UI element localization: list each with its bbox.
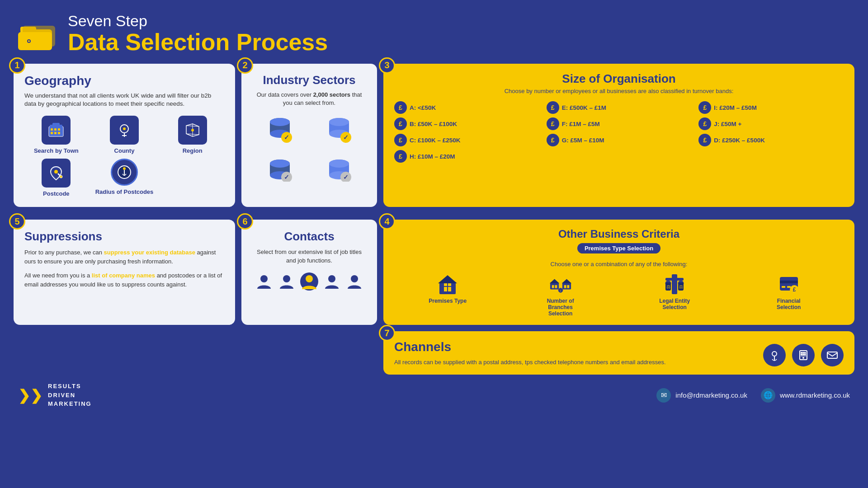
band-f-label: F: £1M – £5M [562, 121, 600, 127]
svg-rect-89 [782, 286, 785, 288]
svg-rect-68 [448, 283, 451, 286]
svg-point-102 [802, 357, 804, 359]
step7-title: Channels [394, 340, 754, 354]
step6-desc: Select from our extensive list of job ti… [252, 248, 366, 264]
step3-badge: 3 [379, 57, 395, 74]
db-icon-3: ✓ [252, 150, 307, 182]
svg-rect-7 [51, 128, 53, 131]
pound-icon-e: £ [547, 101, 559, 114]
financial-label: Financial Selection [769, 298, 809, 310]
footer-website-text: www.rdmarketing.co.uk [780, 391, 850, 399]
svg-point-23 [54, 170, 58, 174]
postcode-icon [42, 159, 71, 188]
band-e-label: E: £500K – £1M [562, 104, 606, 111]
svg-text:↕: ↕ [560, 289, 561, 293]
town-label: Search by Town [34, 147, 79, 154]
band-a-label: A: <£50K [410, 104, 436, 111]
region-icon [178, 116, 207, 145]
logo-chevron: ❯❯ [18, 387, 42, 404]
svg-rect-63 [439, 282, 456, 294]
svg-rect-47 [270, 169, 290, 170]
db-icon-1: ✓ [252, 114, 307, 145]
branches-label: Number of Branches Selection [540, 298, 581, 317]
svg-text:✓: ✓ [343, 134, 349, 141]
geo-item-region: Region [160, 116, 224, 154]
header: Seven Step Data Selection Process [0, 0, 868, 60]
svg-rect-75 [564, 285, 566, 288]
step1-badge: 1 [9, 57, 25, 74]
svg-rect-96 [801, 352, 802, 353]
header-title: Data Selection Process [68, 29, 328, 55]
row-1: 1 Geography We understand that not all c… [0, 64, 868, 214]
svg-point-46 [270, 160, 290, 168]
svg-rect-100 [802, 354, 804, 355]
other-item-premises: Premises Type [429, 273, 467, 317]
band-g-label: G: £5M – £10M [562, 137, 604, 144]
footer-email: ✉ info@rdmarketing.co.uk [656, 388, 747, 403]
step3-title: Size of Organisation [394, 72, 844, 86]
footer-email-text: info@rdmarketing.co.uk [675, 391, 747, 399]
svg-rect-88 [780, 281, 798, 283]
step1-title: Geography [24, 74, 224, 88]
footer-website: 🌐 www.rdmarketing.co.uk [761, 388, 850, 403]
svg-rect-80 [665, 278, 684, 281]
svg-rect-90 [787, 286, 791, 288]
db-icon-4: ✓ [311, 150, 366, 182]
band-b-label: B: £50K – £100K [410, 121, 457, 127]
financial-icon: £ [778, 273, 800, 296]
header-icon [18, 16, 59, 52]
step6-card: 6 Contacts Select from our extensive lis… [241, 220, 377, 325]
svg-rect-69 [550, 283, 559, 290]
region-label: Region [183, 147, 203, 154]
email-icon [821, 344, 844, 366]
step2-badge: 2 [237, 57, 253, 74]
postcode-label: Postcode [43, 190, 70, 197]
footer-right: ✉ info@rdmarketing.co.uk 🌐 www.rdmarketi… [656, 388, 850, 403]
step1-icons: Search by Town County [24, 116, 224, 197]
svg-rect-79 [672, 274, 677, 294]
band-i: £ I: £20M – £50M [698, 101, 844, 114]
geo-item-radius: Radius of Postcodes [93, 159, 156, 197]
step7-desc: All records can be supplied with a posta… [394, 358, 754, 367]
band-c: £ C: £100K – £250K [394, 134, 539, 146]
logo-text: RESULTSDRIVENMARKETING [48, 382, 92, 408]
premises-label: Premises Type [429, 298, 467, 304]
geo-item-county: County [93, 116, 156, 154]
band-h-label: H: £10M – £20M [410, 153, 455, 160]
band-a: £ A: <£50K [394, 101, 539, 114]
step6-avatars [252, 272, 366, 291]
county-icon [110, 116, 139, 145]
step6-badge: 6 [237, 213, 253, 230]
svg-point-61 [328, 275, 335, 282]
pound-icon-a: £ [394, 101, 407, 114]
avatar-5 [345, 272, 364, 291]
step3-desc: Choose by number or employees or all bus… [394, 88, 844, 95]
svg-text:✓: ✓ [343, 174, 349, 181]
pound-icon-d: £ [698, 134, 711, 146]
svg-point-25 [60, 175, 62, 178]
svg-point-16 [123, 127, 126, 130]
radius-label: Radius of Postcodes [95, 188, 154, 195]
svg-rect-14 [52, 123, 60, 126]
header-text: Seven Step Data Selection Process [68, 13, 328, 56]
pound-icon-g: £ [547, 134, 559, 146]
svg-rect-72 [555, 285, 557, 288]
step4-desc: Choose one or a combination of any of th… [394, 261, 844, 267]
svg-text:✓: ✓ [284, 134, 289, 141]
row-3: 7 Channels All records can be supplied w… [0, 331, 868, 375]
step5-title: Suppressions [24, 230, 224, 244]
row-2: 5 Suppressions Prior to any purchase, we… [0, 220, 868, 325]
avatar-3-highlighted [300, 272, 319, 291]
other-item-branches: ↕ Number of Branches Selection [540, 273, 581, 317]
step4-badge: 4 [379, 213, 395, 230]
svg-rect-6 [49, 127, 63, 136]
county-label: County [114, 147, 135, 154]
band-g: £ G: £5M – £10M [547, 134, 692, 146]
avatar-2 [277, 272, 296, 291]
pound-icon-c: £ [394, 134, 407, 146]
svg-text:£: £ [793, 286, 796, 293]
step6-title: Contacts [252, 230, 366, 244]
avatar-4 [322, 272, 341, 291]
svg-rect-99 [801, 354, 802, 355]
svg-rect-66 [448, 287, 451, 291]
